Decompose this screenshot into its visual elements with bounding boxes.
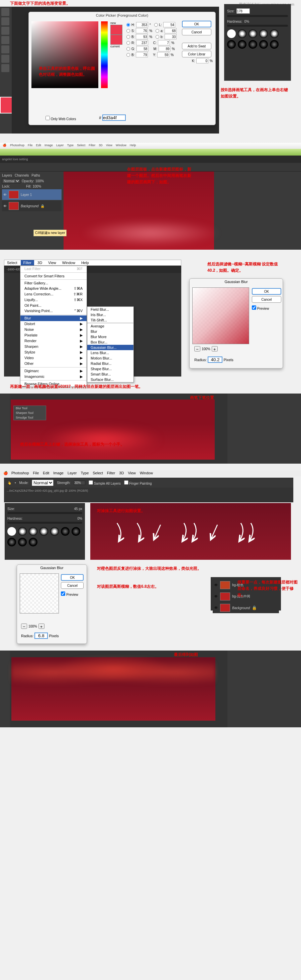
submenu-item[interactable]: Blur: [87, 329, 133, 334]
menu-item[interactable]: Vanishing Point...⌃⌘V: [21, 308, 86, 314]
brush-preset[interactable]: [238, 40, 247, 49]
preview-checkbox[interactable]: [252, 305, 256, 310]
tab-paths[interactable]: Paths: [32, 173, 40, 177]
radius-field[interactable]: [208, 356, 223, 363]
brush-preset[interactable]: [18, 527, 27, 536]
menu-item[interactable]: Layer: [67, 471, 77, 476]
hex-field[interactable]: [102, 115, 126, 121]
menu-item[interactable]: Filter Gallery...: [21, 280, 86, 286]
eye-icon[interactable]: 👁: [3, 204, 7, 208]
brush-preset[interactable]: [259, 29, 268, 38]
menu-item[interactable]: Edit: [43, 471, 49, 476]
menu-3d[interactable]: 3D: [35, 260, 45, 266]
menu-item[interactable]: Pixelate▶: [21, 332, 86, 338]
menu-item[interactable]: Liquify...⇧⌘X: [21, 297, 86, 303]
zoom-in-button[interactable]: +: [38, 624, 45, 629]
brush-tool-icon[interactable]: [2, 64, 10, 72]
brush-preset[interactable]: [259, 40, 268, 49]
submenu-item[interactable]: Tilt-Shift...: [87, 317, 133, 323]
submenu-item[interactable]: Radial Blur...: [87, 361, 133, 366]
menu-item[interactable]: Help: [130, 143, 136, 148]
zoom-in-button[interactable]: +: [212, 346, 218, 352]
preview-checkbox[interactable]: [61, 592, 65, 596]
menu-item[interactable]: Stylize▶: [21, 350, 86, 355]
brush-preset[interactable]: [248, 29, 257, 38]
radio-b2[interactable]: [155, 35, 159, 39]
menu-item[interactable]: Render▶: [21, 338, 86, 344]
marquee-tool-icon[interactable]: [2, 18, 10, 25]
submenu-item[interactable]: Motion Blur...: [87, 355, 133, 361]
field-y[interactable]: [157, 52, 169, 57]
radius-field[interactable]: [34, 633, 48, 639]
layer-row[interactable]: 👁 Layer 1: [2, 189, 62, 200]
move-tool-icon[interactable]: [2, 8, 10, 16]
submenu-item[interactable]: Box Blur...: [87, 339, 133, 345]
brush-preset[interactable]: [270, 40, 279, 49]
menu-item[interactable]: Type: [81, 471, 89, 476]
hue-slider[interactable]: [101, 21, 108, 88]
submenu-item[interactable]: Lens Blur...: [87, 350, 133, 355]
radio-l[interactable]: [154, 23, 158, 27]
menu-item[interactable]: Layer: [56, 143, 64, 148]
document-tabs[interactable]: angelet love setting: [0, 156, 301, 163]
menu-item[interactable]: Adaptive Wide Angle...⇧⌘A: [21, 286, 86, 291]
add-swatch-button[interactable]: Add to Swat: [182, 43, 211, 49]
menu-item[interactable]: View: [106, 143, 112, 148]
menu-item[interactable]: Photoshop: [11, 471, 29, 476]
brush-preset[interactable]: [227, 29, 236, 38]
only-web-colors[interactable]: Only Web Colors: [45, 116, 76, 121]
radio-h[interactable]: [126, 23, 130, 27]
menu-item[interactable]: File: [28, 143, 33, 148]
radio-g[interactable]: [126, 47, 130, 51]
menu-help[interactable]: Help: [78, 260, 92, 266]
menu-item[interactable]: Filter: [89, 143, 95, 148]
brush-preset[interactable]: [7, 527, 16, 536]
tool-option[interactable]: Smudge Tool: [14, 415, 46, 420]
lasso-tool-icon[interactable]: [2, 27, 10, 35]
submenu-item[interactable]: Shape Blur...: [87, 366, 133, 372]
crop-tool-icon[interactable]: [2, 45, 10, 53]
menu-item[interactable]: Edit: [36, 143, 42, 148]
submenu-item[interactable]: Iris Blur...: [87, 312, 133, 317]
menu-item[interactable]: 3D: [119, 471, 124, 476]
cancel-button[interactable]: Cancel: [61, 582, 83, 589]
menu-item[interactable]: Photoshop: [10, 143, 24, 148]
submenu-item[interactable]: Field Blur...: [87, 307, 133, 312]
finger-checkbox[interactable]: [124, 480, 128, 485]
field-m[interactable]: [159, 46, 171, 51]
menu-item[interactable]: Type: [67, 143, 74, 148]
menu-item[interactable]: Window: [140, 471, 153, 476]
tab-layers[interactable]: Layers: [2, 173, 12, 177]
menu-item[interactable]: Imagenomic▶: [21, 374, 86, 380]
submenu-item-gaussian[interactable]: Gaussian Blur...: [87, 345, 133, 350]
radio-s[interactable]: [126, 29, 130, 33]
size-slider[interactable]: [7, 512, 82, 514]
brush-preset[interactable]: [40, 527, 48, 536]
field-k[interactable]: [196, 58, 208, 64]
brush-preset[interactable]: [270, 29, 279, 38]
radio-r[interactable]: [126, 41, 130, 45]
size-slider[interactable]: [227, 15, 288, 17]
brush-preset[interactable]: [18, 538, 27, 546]
mode-select[interactable]: Normal: [32, 480, 53, 486]
menu-item[interactable]: File: [33, 471, 39, 476]
eye-icon[interactable]: 👁: [3, 193, 7, 197]
sample-all-checkbox[interactable]: [89, 480, 93, 485]
submenu-item[interactable]: Blur More: [87, 334, 133, 339]
submenu-item[interactable]: Smart Blur...: [87, 372, 133, 377]
menu-item[interactable]: Select: [93, 471, 103, 476]
menu-view[interactable]: View: [45, 260, 59, 266]
menu-item[interactable]: Lens Correction...⇧⌘R: [21, 291, 86, 297]
field-b2[interactable]: [165, 34, 176, 40]
menu-item[interactable]: Digimarc▶: [21, 368, 86, 374]
layer-row[interactable]: 👁 Background 🔒: [2, 200, 62, 211]
brush-preset[interactable]: [7, 538, 16, 546]
menu-select[interactable]: Select: [4, 260, 20, 266]
hardness-slider[interactable]: [227, 25, 288, 27]
brush-preset[interactable]: [29, 538, 37, 546]
field-r[interactable]: [136, 40, 148, 45]
menu-item[interactable]: Other▶: [21, 361, 86, 366]
menu-item[interactable]: Filter: [107, 471, 115, 476]
menu-item[interactable]: Distort▶: [21, 321, 86, 327]
brush-size-field[interactable]: [237, 8, 250, 14]
